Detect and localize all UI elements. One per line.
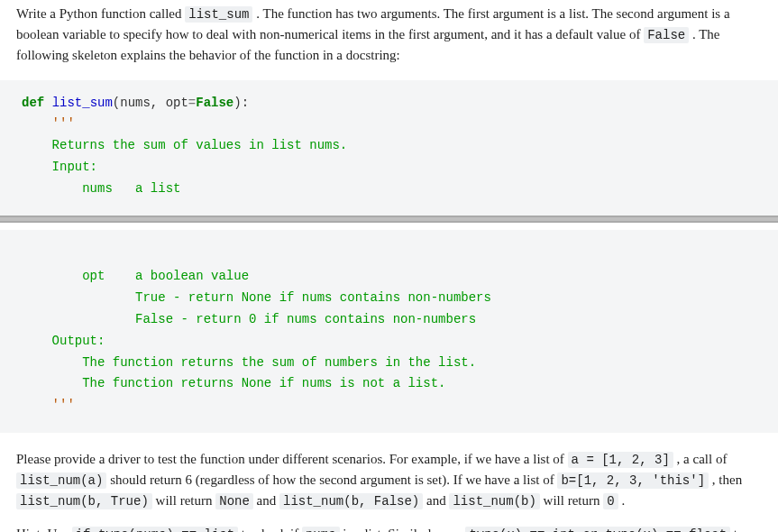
docstring-line: nums a list xyxy=(22,181,180,196)
outro-text: should return 6 (regardless of how the s… xyxy=(106,472,557,487)
outro-text: will return xyxy=(540,493,603,508)
section-separator xyxy=(0,216,778,223)
outro-text: and xyxy=(253,493,279,508)
intro-text: Write a Python function called xyxy=(16,6,185,21)
docstring-quote: ''' xyxy=(22,398,75,412)
outro-text: and xyxy=(423,493,449,508)
equals-op: = xyxy=(188,96,196,110)
docstring-line: True - return None if nums contains non-… xyxy=(22,290,491,305)
keyword-def: def xyxy=(22,96,44,110)
outro-text: , a call of xyxy=(673,452,728,466)
docstring-line: False - return 0 if nums contains non-nu… xyxy=(22,312,476,326)
bool-false: False xyxy=(196,96,233,110)
inline-code: nums xyxy=(302,527,340,532)
outro-text: . xyxy=(618,493,626,508)
docstring-line: opt a boolean value xyxy=(22,269,249,283)
hint-text: Hint: Use xyxy=(16,527,72,532)
intro-paragraph: Write a Python function called list_sum … xyxy=(0,0,778,73)
docstring-line: The function returns the sum of numbers … xyxy=(22,355,476,370)
inline-code: list_num(a) xyxy=(16,472,106,489)
inline-code: list_num(b) xyxy=(449,493,539,509)
function-name: list_sum xyxy=(52,96,113,110)
inline-code: 0 xyxy=(603,493,618,509)
inline-code: None xyxy=(215,493,253,509)
inline-code-listsum: list_sum xyxy=(185,6,252,23)
params-close: ): xyxy=(233,96,249,110)
inline-code: if type(nums) == list xyxy=(72,527,238,532)
docstring-line: The function returns None if nums is not… xyxy=(22,376,445,390)
hint-text: is a list. Similarly, use xyxy=(340,527,466,532)
inline-code: type(x) == int or type(x) == float xyxy=(465,527,730,532)
docstring-line: Returns the sum of values in list nums. xyxy=(22,138,347,152)
docstring-line: Input: xyxy=(22,160,97,174)
hint-paragraph: Hint: Use if type(nums) == list to check… xyxy=(0,517,778,532)
code-block-bottom: opt a boolean value True - return None i… xyxy=(0,230,778,433)
inline-code: list_num(b, False) xyxy=(279,493,423,509)
inline-code: b=[1, 2, 3, 'this'] xyxy=(557,472,709,489)
outro-text: will return xyxy=(152,493,215,508)
code-block-top: def list_sum(nums, opt=False): ''' Retur… xyxy=(0,80,778,216)
document-root: Write a Python function called list_sum … xyxy=(0,0,778,532)
docstring-line: Output: xyxy=(22,334,105,348)
hint-text: to check if xyxy=(238,527,302,532)
docstring-quote: ''' xyxy=(22,116,75,131)
inline-code: a = [1, 2, 3] xyxy=(568,452,673,468)
inline-code-false: False xyxy=(644,27,689,43)
params-open: (nums, opt xyxy=(113,96,188,110)
outro-paragraph: Please provide a driver to test the func… xyxy=(0,433,778,517)
outro-text: , then xyxy=(709,472,742,487)
inline-code: list_num(b, True) xyxy=(16,493,152,509)
outro-text: Please provide a driver to test the func… xyxy=(16,452,568,466)
